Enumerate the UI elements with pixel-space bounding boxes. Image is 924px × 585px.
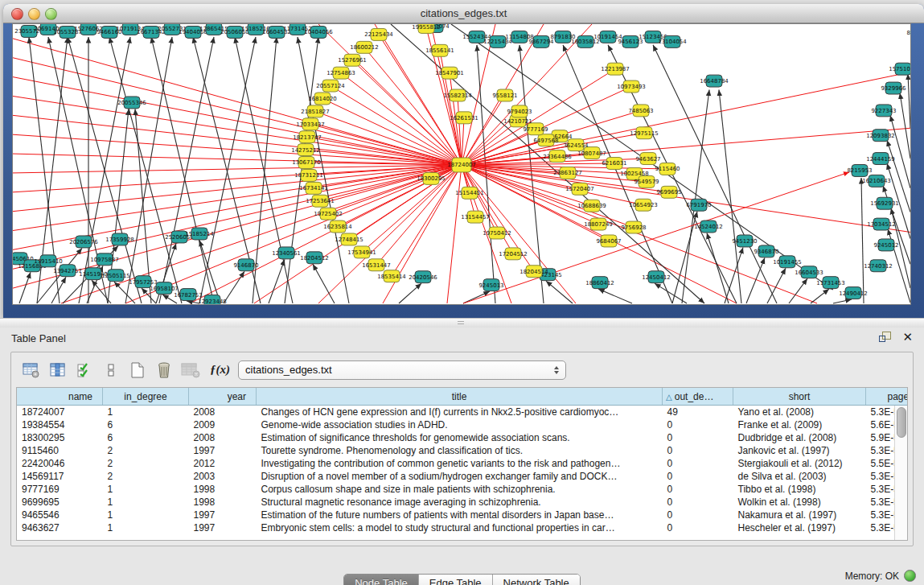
tab-edge-table[interactable]: Edge Table (419, 575, 493, 585)
cell-in_degree[interactable]: 1 (103, 521, 189, 534)
cell-in_degree[interactable]: 6 (103, 431, 189, 444)
graph-node-yellow[interactable]: 9756928 (621, 221, 646, 233)
close-panel-icon[interactable]: ✕ (902, 332, 913, 343)
cell-year[interactable]: 2009 (189, 418, 257, 431)
graph-edge-black[interactable] (833, 299, 852, 303)
graph-node-teal[interactable]: 16648784 (700, 75, 729, 87)
new-column-icon[interactable] (125, 358, 150, 382)
table-row[interactable]: 1456911722003Disruption of a novel membe… (17, 470, 908, 483)
table-row[interactable]: 1938455462009Genome-wide association stu… (17, 418, 908, 431)
graph-node-teal[interactable]: 14524012 (694, 220, 723, 233)
cell-short[interactable]: Nakamura et al. (1997) (733, 509, 866, 521)
cell-title[interactable]: Investigating the contribution of common… (257, 457, 663, 470)
cell-short[interactable]: Dudbridge et al. (2008) (733, 431, 866, 444)
delete-table-icon[interactable] (179, 358, 203, 382)
cell-name[interactable]: 19384554 (17, 418, 103, 431)
float-panel-icon[interactable] (879, 332, 891, 343)
graph-node-yellow[interactable]: 10654923 (629, 199, 658, 211)
graph-node-teal[interactable]: 8215953 (847, 164, 872, 176)
cell-in_degree[interactable]: 1 (103, 406, 189, 419)
graph-node-yellow[interactable]: 9115460 (655, 163, 680, 175)
graph-node-yellow[interactable]: 12213987 (601, 63, 630, 75)
table-row[interactable]: 911546021997Tourette syndrome. Phenomeno… (17, 444, 908, 457)
column-visibility-icon[interactable] (46, 358, 70, 382)
table-row[interactable]: 1830029562008Estimation of significance … (17, 431, 908, 444)
graph-edge-black[interactable] (19, 272, 31, 303)
cell-title[interactable]: Estimation of the future numbers of pati… (257, 509, 663, 521)
graph-node-teal[interactable]: 9245013 (478, 279, 503, 291)
cell-year[interactable]: 2012 (189, 457, 257, 470)
graph-node-teal[interactable]: 17359928 (105, 233, 134, 245)
graph-edge-black[interactable] (890, 115, 910, 187)
graph-edge-red[interactable] (341, 73, 462, 165)
graph-node-teal[interactable]: 10975887 (90, 253, 119, 266)
cell-title[interactable]: Corpus callosum shape and size in male p… (257, 483, 663, 496)
graph-node-yellow[interactable]: 16531447 (362, 259, 391, 271)
graph-node-yellow[interactable]: 17534941 (347, 246, 376, 258)
graph-node-yellow[interactable]: 10688639 (577, 200, 606, 212)
cell-short[interactable]: Yano et al. (2008) (733, 406, 866, 419)
cell-title[interactable]: Estimation of significance thresholds fo… (257, 431, 663, 444)
cell-short[interactable]: Wolkin et al. (1998) (733, 496, 866, 509)
graph-edge-red[interactable] (13, 134, 462, 165)
cell-name[interactable]: 9463627 (17, 521, 103, 534)
graph-node-yellow[interactable]: 18600212 (350, 41, 379, 53)
cell-in_degree[interactable]: 1 (103, 509, 189, 521)
graph-edge-red[interactable] (13, 58, 462, 165)
cell-year[interactable]: 2003 (189, 470, 257, 483)
delete-column-icon[interactable] (152, 358, 176, 382)
row-height-icon[interactable] (99, 358, 123, 382)
graph-node-teal[interactable]: 10191455 (773, 256, 802, 268)
cell-out_degree[interactable]: 0 (663, 483, 733, 496)
graph-node-teal[interactable]: 18860412 (585, 277, 614, 289)
cell-name[interactable]: 9699695 (17, 496, 103, 509)
graph-edge-red[interactable] (13, 77, 462, 165)
cell-year[interactable]: 2008 (189, 406, 257, 419)
cell-title[interactable]: Embryonic stem cells: a model to study s… (257, 521, 663, 534)
graph-node-teal[interactable]: 16604533 (795, 266, 823, 278)
table-settings-icon[interactable] (19, 358, 43, 382)
graph-node-yellow[interactable]: 16814020 (308, 93, 337, 105)
cell-year[interactable]: 1997 (189, 509, 257, 521)
graph-edge-red[interactable] (328, 165, 462, 214)
tab-network-table[interactable]: Network Table (493, 575, 580, 585)
graph-edge-black[interactable] (767, 268, 786, 303)
memory-status-indicator[interactable] (904, 570, 916, 582)
cell-out_degree[interactable]: 0 (663, 457, 733, 470)
graph-node-yellow[interactable]: 7485063 (628, 105, 653, 117)
cell-in_degree[interactable]: 6 (103, 418, 189, 431)
graph-node-yellow[interactable]: 19725402 (314, 208, 343, 220)
cell-name[interactable]: 18300295 (17, 431, 103, 444)
column-header-year[interactable]: year (189, 388, 257, 406)
graph-edge-black[interactable] (707, 233, 729, 303)
graph-node-teal[interactable]: 11731453 (816, 277, 845, 289)
cell-title[interactable]: Structural magnetic resonance image aver… (257, 496, 663, 509)
cell-out_degree[interactable]: 0 (663, 470, 733, 483)
table-row[interactable]: 969969511998Structural magnetic resonanc… (17, 496, 908, 509)
graph-node-yellow[interactable]: 15154451 (455, 187, 484, 199)
graph-edge-red[interactable] (447, 165, 462, 303)
cell-name[interactable]: 9115460 (17, 444, 103, 457)
graph-edge-black[interactable] (900, 93, 910, 159)
cell-year[interactable]: 1998 (189, 483, 257, 496)
graph-node-yellow[interactable]: 16734141 (299, 182, 328, 194)
graph-node-yellow[interactable]: 13067170 (292, 157, 321, 169)
cell-out_degree[interactable]: 0 (663, 521, 733, 534)
table-row[interactable]: 977716911998Corpus callosum shape and si… (17, 483, 908, 496)
scrollbar-thumb[interactable] (897, 407, 906, 438)
cell-title[interactable]: Changes of HCN gene expression and I(f) … (257, 406, 663, 419)
graph-node-yellow[interactable]: 9463627 (635, 153, 660, 165)
column-header-short[interactable]: short (733, 388, 866, 406)
table-vertical-scrollbar[interactable] (894, 406, 907, 540)
cell-year[interactable]: 1997 (189, 521, 257, 534)
cell-name[interactable]: 9465546 (17, 509, 103, 521)
cell-short[interactable]: de Silva et al. (2003) (733, 470, 866, 483)
graph-edge-red[interactable] (320, 165, 462, 201)
network-canvas[interactable]: 2305572420691406105532871527606294661601… (13, 24, 910, 304)
graph-node-yellow[interactable]: 12748415 (335, 233, 363, 245)
graph-edge-black[interactable] (313, 264, 335, 303)
cell-name[interactable]: 18724007 (17, 406, 103, 419)
graph-node-teal[interactable]: 12444159 (866, 153, 895, 165)
graph-edge-black[interactable] (682, 90, 709, 303)
graph-edge-black[interactable] (908, 74, 910, 129)
